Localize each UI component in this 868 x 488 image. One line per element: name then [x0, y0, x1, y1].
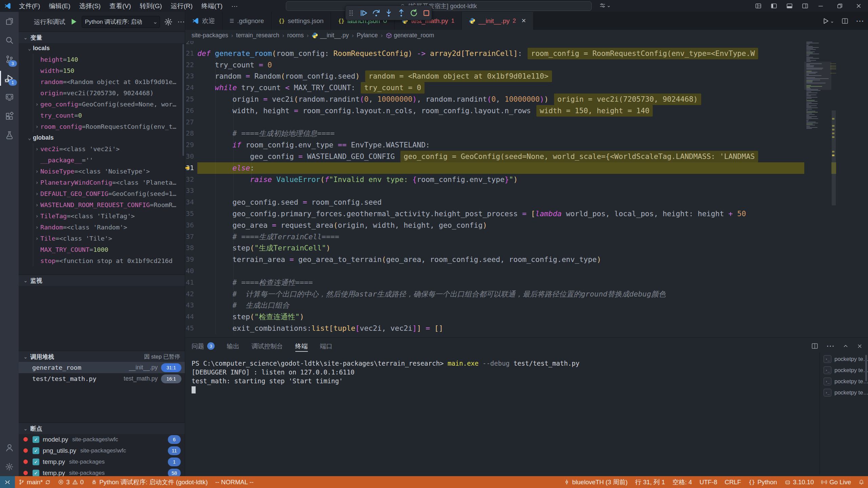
- close-icon[interactable]: [857, 343, 863, 349]
- menu-item-F[interactable]: 文件(F): [15, 0, 44, 12]
- tab-__init__.py[interactable]: __init__.py2✕: [462, 12, 534, 30]
- code-line-20[interactable]: 20: [185, 41, 836, 48]
- breakpoint-row[interactable]: ✓model.pysite-packages\wfc6: [19, 434, 185, 445]
- code-line-33[interactable]: 33: [185, 185, 836, 197]
- close-icon[interactable]: ✕: [521, 17, 526, 24]
- restart-button[interactable]: [408, 7, 419, 19]
- code-line-42[interactable]: 42 # 计算每一个出口的中心，然后使用astar生成路径，确保每一个出口组合都…: [185, 288, 836, 300]
- terminal-instance[interactable]: ›_pocketpy te…: [824, 365, 864, 376]
- tab-.gdignore[interactable]: ☰.gdignore: [222, 12, 272, 30]
- breadcrumb[interactable]: site-packages›terrain_research›rooms›__i…: [185, 30, 868, 41]
- cursor-position[interactable]: 行 31, 列 1: [631, 476, 669, 488]
- go-live[interactable]: Go Live: [817, 476, 855, 488]
- variable-row[interactable]: width = 150: [19, 65, 185, 76]
- variable-row[interactable]: ›NoiseType = <class 'NoiseType'>: [19, 166, 185, 177]
- more-icon[interactable]: ⋯: [826, 341, 834, 351]
- variable-row[interactable]: __package__ = '': [19, 155, 185, 166]
- variable-row[interactable]: ›WASTELAND_ROOM_REQUEST_CONFIG = RoomR…: [19, 199, 185, 210]
- stack-frame[interactable]: generate_room__init__.py31:1: [19, 362, 185, 373]
- breadcrumb-item[interactable]: __init__.py: [312, 32, 349, 39]
- minimap-slider[interactable]: [804, 62, 831, 90]
- code-line-38[interactable]: 38 step("生成TerrainCell"): [185, 242, 836, 254]
- panel-tab-问题[interactable]: 问题3: [192, 338, 215, 354]
- stop-button[interactable]: [421, 7, 432, 19]
- step-into-button[interactable]: [383, 7, 394, 19]
- code-editor[interactable]: 2021def generate_room(room_config: RoomR…: [185, 41, 836, 338]
- gitlens-blame[interactable]: blueloveTH (3 周前): [560, 476, 631, 488]
- breakpoint-row[interactable]: ✓temp.pysite-packages58: [19, 467, 185, 476]
- debug-config-status[interactable]: Python 调试程序: 启动文件 (godot-ldtk): [87, 476, 212, 488]
- restore-button[interactable]: [830, 0, 849, 12]
- code-line-24[interactable]: 24 while try_count < MAX_TRY_COUNT:try_c…: [185, 82, 836, 94]
- breakpoint-row[interactable]: ✓png_utils.pysite-packages\wfc11: [19, 445, 185, 456]
- code-line-35[interactable]: 35 geo_config.primary_forces.geothermal_…: [185, 208, 836, 220]
- editor-scrollbar[interactable]: [832, 110, 836, 205]
- watch-section-header[interactable]: ⌄ 监视: [19, 274, 185, 286]
- split-editor-icon[interactable]: [811, 343, 818, 349]
- step-over-button[interactable]: [371, 7, 381, 19]
- code-line-37[interactable]: 37 # ====生成TerrainCell====: [185, 231, 836, 243]
- sidebar-scrollbar[interactable]: [182, 44, 184, 156]
- vim-mode[interactable]: -- NORMAL --: [212, 476, 257, 488]
- menu-item-G[interactable]: 转到(G): [135, 0, 166, 12]
- activity-remote-explorer[interactable]: [0, 88, 19, 107]
- variable-row[interactable]: stop = <function stop at 0x1bf9cd216d: [19, 255, 185, 266]
- code-line-31[interactable]: 31 else:: [185, 162, 836, 174]
- breakpoints-section-header[interactable]: ⌄ 断点: [19, 423, 185, 434]
- breadcrumb-item[interactable]: terrain_research: [236, 32, 279, 39]
- activity-testing[interactable]: [0, 126, 19, 145]
- step-out-button[interactable]: [396, 7, 407, 19]
- callstack-section-header[interactable]: ⌄ 调用堆栈 因 step 已暂停: [19, 351, 185, 362]
- checkbox-checked[interactable]: ✓: [33, 459, 39, 465]
- problems-status[interactable]: 30: [54, 476, 87, 488]
- variable-row[interactable]: ›DEFAULT_GEO_CONFIG = GeoConfig(seed=1…: [19, 188, 185, 199]
- more-icon[interactable]: ⋯: [856, 16, 864, 26]
- continue-button[interactable]: [358, 7, 369, 19]
- breadcrumb-item[interactable]: Pylance: [357, 32, 378, 39]
- breadcrumb-item[interactable]: generate_room: [386, 32, 434, 39]
- variable-row[interactable]: ›PlanetaryWindConfig = <class 'Planeta…: [19, 177, 185, 188]
- code-line-26[interactable]: 26 width, height = room_config.layout.n_…: [185, 105, 836, 117]
- checkbox-checked[interactable]: ✓: [33, 436, 39, 443]
- terminal-instance[interactable]: ›_pocketpy te…: [824, 387, 864, 398]
- code-line-43[interactable]: 43 # 生成出口组合: [185, 300, 836, 311]
- start-debug-button[interactable]: [70, 18, 78, 26]
- more-actions-icon[interactable]: ···: [177, 17, 185, 26]
- panel-splitter[interactable]: [820, 353, 820, 474]
- menu-item-[interactable]: ···: [227, 0, 242, 12]
- activity-run-and-debug[interactable]: 1: [0, 69, 19, 88]
- eol[interactable]: CRLF: [721, 476, 745, 488]
- language-mode[interactable]: {}Python: [745, 476, 781, 488]
- checkbox-checked[interactable]: ✓: [33, 447, 39, 454]
- activity-explorer[interactable]: [0, 12, 19, 31]
- breakpoint-row[interactable]: ✓temp.pysite-packages1: [19, 456, 185, 467]
- breadcrumb-item[interactable]: rooms: [287, 32, 304, 39]
- terminal-output[interactable]: PS C:\computer_science\godot-ldtk\site-p…: [192, 359, 579, 394]
- code-line-44[interactable]: 44 step("检查连通性"): [185, 311, 836, 323]
- checkbox-checked[interactable]: ✓: [33, 470, 39, 476]
- terminal-list-scrollbar[interactable]: [865, 355, 867, 381]
- variable-row[interactable]: random = <Random object at 0x1bf9d01e…: [19, 76, 185, 87]
- split-editor-icon[interactable]: [842, 18, 848, 24]
- launch-config-select[interactable]: Python 调试程序: 启动 ⌄: [82, 16, 160, 28]
- notifications[interactable]: [855, 476, 868, 488]
- activity-accounts[interactable]: [0, 438, 19, 457]
- code-line-25[interactable]: 25 origin = vec2i(random.randint(0, 1000…: [185, 94, 836, 105]
- variable-row[interactable]: ›TileTag = <class 'TileTag'>: [19, 210, 185, 222]
- run-python-button[interactable]: ⌄: [822, 17, 834, 25]
- variable-row[interactable]: ›vec2i = <class 'vec2i'>: [19, 143, 185, 155]
- python-interpreter[interactable]: 3.10.10: [781, 476, 818, 488]
- code-line-28[interactable]: 28 # ====生成初始地理信息====: [185, 128, 836, 139]
- variable-row[interactable]: height = 140: [19, 54, 185, 65]
- tab-[interactable]: 欢迎: [185, 12, 222, 30]
- menu-item-E[interactable]: 编辑(E): [44, 0, 75, 12]
- breadcrumb-item[interactable]: site-packages: [192, 32, 228, 39]
- run-icon[interactable]: [822, 17, 829, 25]
- activity-search[interactable]: [0, 31, 19, 50]
- code-line-29[interactable]: 29 if room_config.env_type == EnvType.WA…: [185, 139, 836, 151]
- code-line-21[interactable]: 21def generate_room(room_config: RoomReq…: [185, 48, 836, 59]
- code-line-45[interactable]: 45 exit_combinations:list[tuple[vec2i, v…: [185, 323, 836, 334]
- variables-section-header[interactable]: ⌄ 变量: [19, 32, 185, 43]
- indentation[interactable]: 空格: 4: [669, 476, 696, 488]
- remote-indicator[interactable]: [0, 476, 15, 488]
